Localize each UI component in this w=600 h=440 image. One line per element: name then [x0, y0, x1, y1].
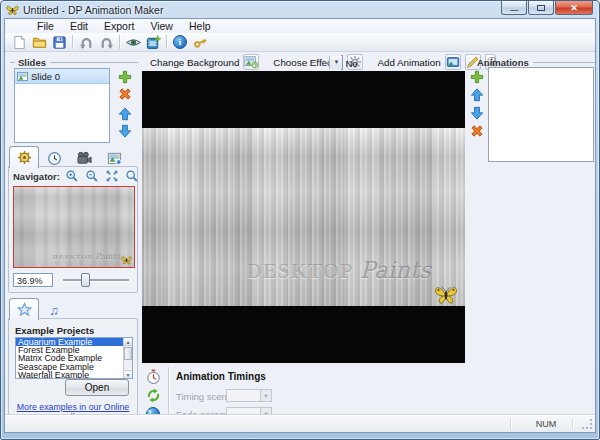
zoom-out-icon [85, 169, 99, 183]
clock-icon [47, 151, 62, 166]
save-floppy-icon [52, 35, 67, 50]
menu-bar: File Edit Export View Help [5, 19, 595, 33]
main-toolbar: i [5, 33, 595, 52]
menu-view[interactable]: View [142, 20, 181, 32]
tab-video[interactable] [69, 149, 99, 167]
workspace: Slides Slide 0 [5, 53, 595, 414]
watermark: DESKTOP Paints [247, 257, 431, 284]
stopwatch-icon [146, 369, 161, 384]
thumb-watermark-text: DESKTOP [53, 253, 93, 261]
animations-sidebar: Animations [467, 53, 596, 414]
add-animation-image-button[interactable] [445, 54, 461, 70]
toolbar-separator [119, 35, 120, 49]
maximize-button[interactable] [528, 1, 554, 15]
center-area: Change Background Choose Effect: No effe… [142, 53, 467, 414]
zoom-in-button[interactable] [65, 169, 82, 184]
zoom-out-button[interactable] [85, 169, 102, 184]
scroll-down-arrow[interactable]: ▼ [124, 370, 132, 378]
num-lock-indicator: NUM [523, 417, 569, 430]
app-window: Untitled - DP Animation Maker — ✕ File E… [0, 0, 600, 440]
open-folder-icon [32, 35, 47, 50]
move-animation-up-button[interactable] [470, 88, 486, 103]
bottom-tabstrip: ♫ [9, 297, 69, 319]
close-button[interactable]: ✕ [555, 1, 593, 15]
add-animation-item-button[interactable] [470, 70, 486, 85]
save-project-button[interactable] [49, 34, 69, 51]
effect-combobox[interactable]: No effect ▼ [341, 55, 343, 70]
slides-group-title: Slides [18, 57, 46, 68]
navigator-thumbnail[interactable]: DESKTOP Paints [13, 186, 135, 268]
examples-list[interactable]: Aquarium Example Forest Example Matrix C… [15, 337, 133, 379]
examples-panel: Example Projects Aquarium Example Forest… [8, 318, 138, 417]
tab-music[interactable]: ♫ [39, 301, 69, 319]
delete-animation-button[interactable] [470, 124, 486, 139]
wheel-icon [17, 150, 32, 165]
refresh-icon[interactable] [146, 388, 161, 403]
maximize-icon [537, 5, 545, 11]
app-butterfly-icon [6, 4, 19, 16]
about-button[interactable]: i [170, 34, 190, 51]
add-animation-label[interactable]: Add Animation [377, 57, 440, 68]
undo-icon [79, 35, 94, 50]
zoom-actual-button[interactable] [125, 169, 142, 184]
arrow-up-icon [118, 107, 132, 121]
info-icon: i [173, 35, 187, 49]
animation-timings-panel: ? Animation Timings Timing scene: ▼ Fade… [142, 365, 467, 418]
move-slide-down-button[interactable] [118, 124, 134, 139]
redo-icon [99, 35, 114, 50]
menu-export[interactable]: Export [96, 20, 142, 32]
zoom-value-input[interactable]: 36.9% [13, 273, 53, 287]
change-background-label[interactable]: Change Background [150, 57, 239, 68]
undo-button[interactable] [76, 34, 96, 51]
open-project-button[interactable] [29, 34, 49, 51]
zoom-in-icon [65, 169, 79, 183]
redo-button[interactable] [96, 34, 116, 51]
zoom-slider[interactable] [63, 272, 129, 288]
animations-list[interactable] [488, 67, 594, 162]
tab-image[interactable] [99, 149, 129, 167]
zoom-slider-thumb[interactable] [81, 273, 90, 287]
background-image-icon [244, 55, 258, 69]
scrollbar-thumb[interactable] [124, 347, 132, 360]
resize-grip[interactable] [581, 418, 594, 431]
scroll-up-arrow[interactable]: ▲ [124, 338, 132, 346]
delete-cross-icon [118, 87, 132, 101]
examples-scrollbar[interactable]: ▲ ▼ [123, 338, 132, 378]
tab-scene-settings[interactable] [9, 146, 39, 168]
eye-icon [126, 35, 141, 50]
client-area: File Edit Export View Help [4, 18, 596, 433]
plus-icon [470, 70, 484, 84]
tab-examples[interactable] [9, 298, 39, 320]
preview-canvas[interactable]: DESKTOP Paints [142, 71, 465, 363]
tab-timing[interactable] [39, 149, 69, 167]
zoom-fit-button[interactable] [105, 169, 122, 184]
slides-list[interactable]: Slide 0 [14, 68, 110, 143]
star-icon [17, 302, 32, 317]
export-movie-button[interactable] [143, 34, 163, 51]
arrow-up-icon [470, 88, 484, 102]
music-note-icon: ♫ [49, 303, 59, 318]
new-project-button[interactable] [9, 34, 29, 51]
preview-button[interactable] [123, 34, 143, 51]
title-bar[interactable]: Untitled - DP Animation Maker — ✕ [1, 1, 599, 18]
minimize-button[interactable]: — [501, 1, 527, 15]
slide-item[interactable]: Slide 0 [15, 69, 109, 84]
choose-effect-label: Choose Effect: [273, 57, 337, 68]
left-sidebar: Slides Slide 0 [6, 53, 140, 414]
open-example-button[interactable]: Open [65, 379, 129, 396]
change-background-button[interactable] [243, 54, 259, 70]
menu-file[interactable]: File [29, 20, 62, 32]
move-slide-up-button[interactable] [118, 107, 134, 122]
delete-slide-button[interactable] [118, 87, 134, 102]
menu-edit[interactable]: Edit [62, 20, 96, 32]
register-button[interactable] [190, 34, 210, 51]
dropdown-arrow-icon[interactable]: ▼ [329, 56, 342, 69]
key-icon [193, 35, 208, 50]
left-tabstrip [9, 145, 129, 167]
menu-help[interactable]: Help [181, 20, 219, 32]
fit-arrows-icon [105, 169, 119, 183]
move-animation-down-button[interactable] [470, 106, 486, 121]
timings-title: Animation Timings [176, 371, 266, 382]
add-slide-button[interactable] [118, 70, 134, 85]
example-item[interactable]: Waterfall Example [16, 371, 132, 379]
